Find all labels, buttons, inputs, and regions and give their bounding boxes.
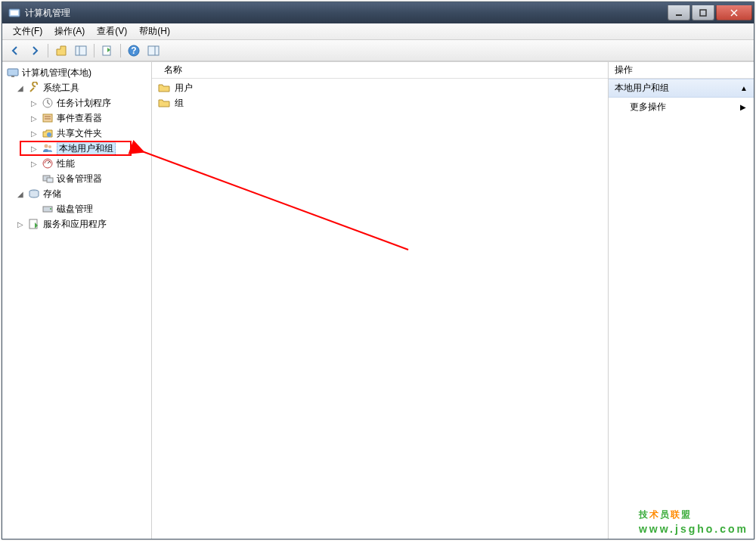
tree-performance[interactable]: ▷ 性能 [2,156,151,171]
tools-icon [28,82,40,94]
event-icon [42,112,54,124]
tree-label: 磁盘管理 [57,203,93,216]
disk-icon [42,203,54,215]
forward-button[interactable] [26,42,43,59]
menubar: 文件(F) 操作(A) 查看(V) 帮助(H) [2,23,754,40]
toolbar-separator [94,44,94,58]
tree-label: 任务计划程序 [57,97,111,110]
svg-rect-13 [8,69,18,76]
expand-icon[interactable]: ▷ [29,113,39,123]
tree-label: 性能 [57,157,75,170]
services-icon [28,218,40,230]
tree-event-viewer[interactable]: ▷ 事件查看器 [2,110,151,126]
tree-system-tools[interactable]: ◢ 系统工具 [2,80,151,95]
clock-icon [42,97,54,109]
device-icon [42,173,54,185]
users-icon [42,142,54,154]
svg-point-19 [47,132,51,137]
tree-label: 系统工具 [43,82,79,95]
actions-group-header[interactable]: 本地用户和组 ▲ [609,79,754,98]
toolbar: ? [2,40,754,61]
list-item[interactable]: 用户 [155,80,605,95]
expand-icon[interactable]: ▷ [16,219,25,229]
show-hide-tree-button[interactable] [73,42,89,59]
actions-panel: 操作 本地用户和组 ▲ 更多操作 ▶ [609,62,754,539]
menu-action[interactable]: 操作(A) [48,23,91,39]
list-header[interactable]: 名称 [152,62,608,79]
actions-body: 本地用户和组 ▲ 更多操作 ▶ [609,79,754,539]
tree-label: 共享文件夹 [57,127,102,140]
tree-root[interactable]: 计算机管理(本地) [2,65,151,80]
list-body[interactable]: 用户 组 [152,79,608,539]
expand-icon[interactable]: ▷ [29,144,39,153]
tree-services-apps[interactable]: ▷ 服务和应用程序 [2,216,151,232]
window-frame: 计算机管理 文件(F) 操作(A) 查看(V) 帮助(H) ? [2,2,754,539]
collapse-icon[interactable]: ◢ [16,83,25,92]
expand-icon[interactable]: ▷ [29,129,39,138]
maximize-button[interactable] [692,5,714,20]
refresh-button[interactable] [99,42,116,59]
minimize-button[interactable] [668,5,690,20]
actions-header: 操作 [609,62,754,79]
titlebar[interactable]: 计算机管理 [2,2,754,23]
tree-task-scheduler[interactable]: ▷ 任务计划程序 [2,95,151,110]
tree-local-users-groups[interactable]: ▷ 本地用户和组 [2,141,151,156]
expand-icon[interactable]: ▷ [29,98,39,107]
menu-help[interactable]: 帮助(H) [133,23,176,39]
window-title: 计算机管理 [25,7,666,20]
tree-storage[interactable]: ◢ 存储 [2,186,151,201]
tree-label: 服务和应用程序 [43,218,107,231]
svg-point-20 [45,145,48,148]
tree-label: 计算机管理(本地) [22,67,91,79]
computer-icon [7,67,19,79]
group-title: 本地用户和组 [615,82,669,95]
svg-rect-3 [700,10,706,16]
collapse-arrow-icon: ▲ [740,84,748,92]
svg-rect-1 [11,11,18,15]
up-button[interactable] [53,42,70,59]
menu-view[interactable]: 查看(V) [91,23,133,39]
action-label: 更多操作 [630,101,666,113]
tree-label: 设备管理器 [57,173,102,185]
content-area: 计算机管理(本地) ◢ 系统工具 ▷ [2,61,754,539]
collapse-icon[interactable]: ◢ [16,189,25,198]
toolbar-separator [48,44,48,58]
toolbar-separator [120,44,121,58]
back-button[interactable] [7,42,23,59]
share-icon [42,127,54,139]
menu-file[interactable]: 文件(F) [7,23,48,39]
tree-disk-management[interactable]: ▷ 磁盘管理 [2,201,151,216]
storage-icon [28,188,40,200]
folder-icon [158,97,170,109]
expand-icon[interactable]: ▷ [29,159,39,168]
svg-rect-11 [148,46,159,55]
svg-point-28 [50,208,51,210]
column-name[interactable]: 名称 [158,64,188,76]
tree-shared-folders[interactable]: ▷ 共享文件夹 [2,126,151,141]
tree-label: 存储 [43,188,61,201]
help-button[interactable]: ? [125,42,142,59]
folder-icon [158,82,170,94]
svg-rect-14 [11,76,14,77]
close-button[interactable] [716,5,752,20]
tree-label: 事件查看器 [57,112,102,125]
svg-text:?: ? [131,45,136,56]
show-hide-actions-button[interactable] [145,42,162,59]
item-label: 组 [175,97,184,110]
performance-icon [42,157,54,169]
tree-device-manager[interactable]: ▷ 设备管理器 [2,171,151,186]
list-panel: 名称 用户 组 [152,62,609,539]
svg-rect-25 [47,178,53,182]
app-icon [8,7,20,19]
tree-panel[interactable]: 计算机管理(本地) ◢ 系统工具 ▷ [2,62,152,539]
svg-point-21 [48,145,51,148]
submenu-arrow-icon: ▶ [740,103,746,111]
svg-rect-6 [76,46,86,55]
window-controls [666,5,752,20]
svg-rect-16 [43,114,52,122]
tree-label: 本地用户和组 [57,141,116,156]
actions-more[interactable]: 更多操作 ▶ [609,98,754,117]
item-label: 用户 [175,82,193,95]
list-item[interactable]: 组 [155,95,605,110]
